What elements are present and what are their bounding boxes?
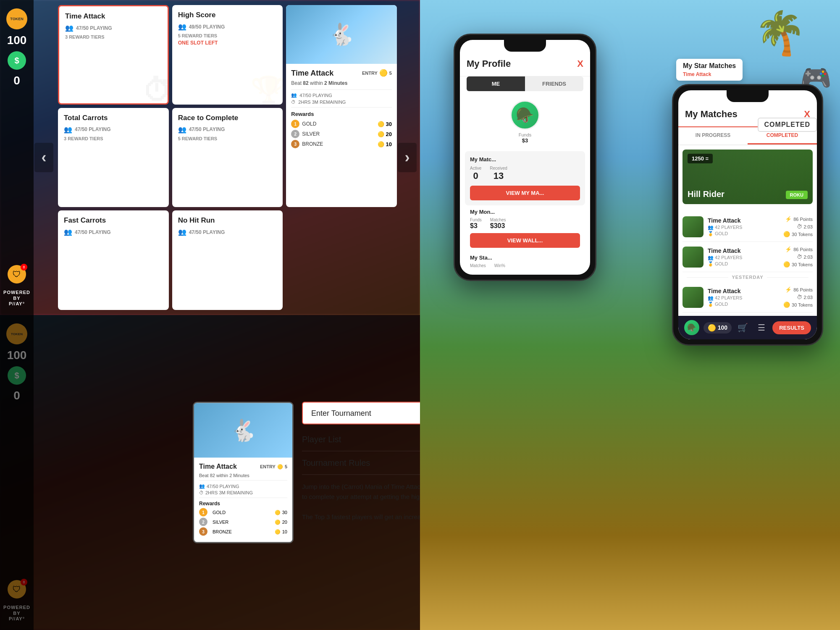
match-tier-2: 🥇 GOLD (708, 261, 779, 267)
tokens-chip-1: 🟡 30 Tokens (783, 231, 813, 237)
card-high-score[interactable]: High Score 👥 49/50 PLAYING 5 REWARD TIER… (172, 5, 283, 105)
results-button[interactable]: RESULTS (772, 321, 811, 334)
nav-menu-icon[interactable]: ☰ (754, 320, 769, 335)
points-chip-2: ⚡ 86 Points (785, 246, 813, 252)
watermark-2: 🏆 (250, 74, 283, 105)
match-item-1[interactable]: Time Attack 👥 42 PLAYERS 🥇 GOLD ⚡ 86 Poi… (682, 212, 813, 242)
my-stats-title: My Sta... (470, 255, 580, 261)
view-my-matches-button[interactable]: VIEW MY MA... (470, 186, 580, 200)
score-overlay: 1250 = (688, 154, 713, 163)
match-name-y1: Time Attack (708, 288, 779, 294)
card-players-6: 👥 47/50 PLAYING (178, 228, 277, 236)
card-time-attack[interactable]: Time Attack 👥 47/50 PLAYING 3 REWARD TIE… (58, 5, 169, 105)
roku-badge: ROKU (786, 191, 808, 199)
players-icon-1: 👥 (65, 24, 74, 32)
points-chip-1: ⚡ 86 Points (785, 216, 813, 222)
phone-1-container: My Profile X ME FRIENDS 🪖 Funds $3 (454, 34, 596, 281)
nav-arrow-left[interactable]: ‹ (34, 143, 53, 172)
card-total-carrots[interactable]: Total Carrots 👥 47/50 PLAYING 3 REWARD T… (58, 108, 169, 207)
profile-tab-me[interactable]: ME (467, 76, 525, 91)
match-tier-1: 🥇 GOLD (708, 231, 779, 236)
profile-tabs: ME FRIENDS (467, 76, 583, 91)
reward-bronze: 3 BRONZE 🟡 10 (291, 140, 392, 148)
card-players-1: 👥 47/50 PLAYING (65, 24, 162, 32)
match-players-2: 👥 42 PLAYERS (708, 255, 779, 260)
profile-tab-friends[interactable]: FRIENDS (525, 76, 583, 91)
card-race-complete[interactable]: Race to Complete 👥 47/50 PLAYING 5 REWAR… (172, 108, 283, 207)
modal-options: Enter Tournament 🟡 5 Player List Tournam… (302, 402, 420, 543)
match-thumb-2 (682, 247, 704, 268)
match-stats-1: ⚡ 86 Points ⏱ 2:03 🟡 30 Tokens (783, 216, 813, 237)
my-matches-mini-section: My Matc... Active 0 Received 13 VIEW MY … (465, 151, 585, 205)
bottom-left-panel: TOKEN 100 $ 0 🛡 8 POWERED BYP//AY° 🐇 Tim… (0, 315, 420, 630)
phone-1-screen: My Profile X ME FRIENDS 🪖 Funds $3 (460, 40, 590, 275)
sidebar-dollar-icon: $ (8, 51, 26, 70)
token-label: TOKEN (10, 17, 23, 21)
match-players-1: 👥 42 PLAYERS (708, 225, 779, 230)
yesterday-divider: YESTERDAY (682, 272, 813, 282)
card-fast-carrots[interactable]: Fast Carrots 👥 47/50 PLAYING (58, 210, 169, 310)
hill-rider-label: Hill Rider (688, 189, 724, 199)
modal-medal-bronze: 3 (199, 528, 207, 536)
card-featured[interactable]: 🐇 Time Attack ENTRY 🟡 5 Beat 82 within 2… (286, 5, 397, 207)
card-title-3: Total Carrots (64, 114, 163, 122)
sidebar-bottom: 🛡 8 POWERED BYP//AY° (0, 265, 34, 307)
palm-tree-icon: 🌴 (754, 8, 806, 58)
one-slot-warning: ONE SLOT LEFT (178, 40, 277, 46)
player-list-option[interactable]: Player List (302, 428, 420, 452)
enter-tournament-button[interactable]: Enter Tournament 🟡 5 (302, 402, 420, 425)
view-wallet-button[interactable]: VIEW WALL... (470, 233, 580, 248)
players-icon-2: 👥 (178, 23, 186, 31)
match-item-2[interactable]: Time Attack 👥 42 PLAYERS 🥇 GOLD ⚡ 86 Poi… (682, 242, 813, 272)
phone-2-notch (727, 90, 769, 102)
right-panel: 🌴 🎮 My Profile X ME FRIENDS (420, 0, 840, 630)
sidebar-left: TOKEN 100 $ 0 🛡 8 POWERED BYP//AY° (0, 0, 34, 315)
completed-badge: COMPLETED (758, 118, 817, 132)
card-title-6: No Hit Run (178, 216, 277, 225)
reward-gold: 1 GOLD 🟡 30 (291, 120, 392, 128)
tournament-description: Jump into the (Carrot) Mania of Time Att… (302, 482, 420, 522)
modal-divider-1 (199, 480, 287, 481)
divider-line-left (687, 277, 728, 278)
token-badge: TOKEN (6, 8, 27, 29)
card-players-4: 👥 47/50 PLAYING (178, 126, 277, 134)
card-reward-1: 3 REWARD TIERS (65, 34, 162, 39)
modal-divider-2 (199, 498, 287, 498)
phone-2-container: My Matches X IN PROGRESS COMPLETED 1250 … (672, 84, 823, 346)
profile-close-button[interactable]: X (577, 58, 583, 69)
time-chip-y1: ⏱ 2:03 (797, 294, 813, 300)
matches-title: My Matches (685, 109, 738, 120)
profile-header: My Profile X (460, 52, 590, 76)
info-players: 👥 47/50 PLAYING (291, 92, 392, 98)
match-stats-y1: ⚡ 86 Points ⏱ 2:03 🟡 30 Tokens (783, 286, 813, 308)
match-info-2: Time Attack 👥 42 PLAYERS 🥇 GOLD (708, 247, 779, 267)
match-thumb-1 (682, 216, 704, 237)
shield-icon[interactable]: 🛡 8 (8, 265, 26, 284)
reward-gold-tokens: 🟡 30 (378, 121, 392, 127)
modal-time: ⏱ 2HRS 3M REMAINING (199, 490, 287, 495)
my-matches-mini-title: My Matc... (470, 156, 580, 163)
reward-silver: 2 SILVER 🟡 20 (291, 130, 392, 138)
cards-container: Time Attack 👥 47/50 PLAYING 3 REWARD TIE… (37, 0, 420, 315)
match-tier-y1: 🥇 GOLD (708, 302, 779, 307)
tab-in-progress[interactable]: IN PROGRESS (678, 127, 748, 144)
tournament-rules-option[interactable]: Tournament Rules (302, 452, 420, 475)
card-players-2: 👥 49/50 PLAYING (178, 23, 277, 31)
game-stats: Matches Win% (470, 263, 580, 268)
card-no-hit-run[interactable]: No Hit Run 👥 47/50 PLAYING (172, 210, 283, 310)
card-title-4: Race to Complete (178, 114, 277, 122)
modal-medal-gold: 1 (199, 508, 207, 517)
medal-gold: 1 (291, 120, 299, 128)
info-time: ⏱ 2HRS 3M REMAINING (291, 100, 392, 105)
time-chip-1: ⏱ 2:03 (797, 223, 813, 230)
nav-shop-icon[interactable]: 🛒 (736, 320, 750, 335)
profile-title: My Profile (467, 58, 511, 69)
rewards-label: Rewards (291, 111, 392, 117)
time-attack-mini-label: Time Attack (683, 71, 736, 77)
card-reward-4: 5 REWARD TIERS (178, 136, 277, 141)
medal-silver: 2 (291, 130, 299, 138)
match-item-yesterday-1[interactable]: Time Attack 👥 42 PLAYERS 🥇 GOLD ⚡ 86 Poi… (682, 282, 813, 312)
nav-arrow-right[interactable]: › (398, 143, 417, 172)
modal-bunny-icon: 🐇 (230, 418, 256, 443)
match-preview-image: 1250 = Hill Rider ROKU (682, 150, 813, 204)
